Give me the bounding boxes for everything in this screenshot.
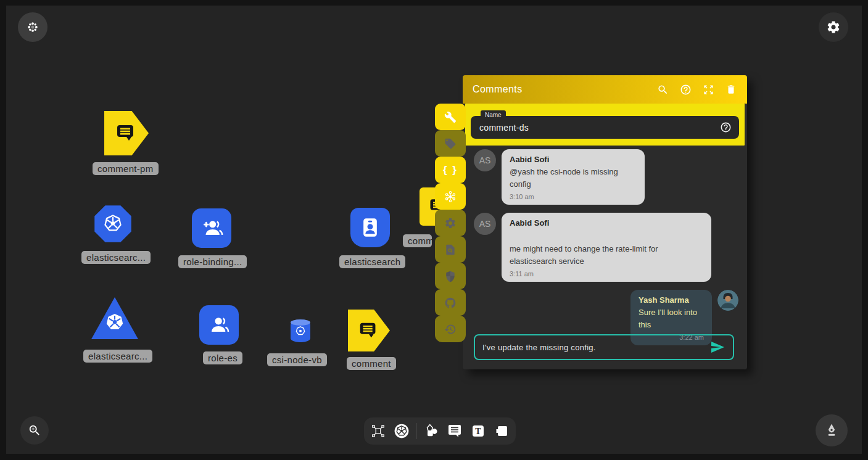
node-label: comment-pm <box>93 162 159 175</box>
name-input[interactable] <box>479 116 668 139</box>
message-author: Yash Sharma <box>639 295 704 305</box>
node-action-toolbar: { } <box>435 104 466 342</box>
node-label: role-binding... <box>178 255 247 268</box>
text-tool-glyph: T <box>475 427 481 436</box>
node-label: elasticsearch <box>339 255 405 268</box>
shapes-icon <box>423 423 439 439</box>
github-icon <box>444 297 457 309</box>
graph-tool-button[interactable] <box>369 422 387 440</box>
message: AS Aabid Sofi me might need to change th… <box>474 213 738 282</box>
comment-composer[interactable] <box>474 334 734 360</box>
message: AS Aabid Sofi @yash the csi-node is miss… <box>474 149 738 205</box>
message-author: Aabid Sofi <box>510 155 637 164</box>
send-button[interactable] <box>709 339 725 355</box>
comment-tool-icon <box>447 424 462 438</box>
message-bubble: Aabid Sofi @yash the csi-node is missing… <box>502 149 645 205</box>
flower-icon <box>27 21 39 33</box>
kubernetes-tool-button[interactable] <box>392 422 411 440</box>
node-role-es[interactable] <box>199 305 239 345</box>
github-button[interactable] <box>435 289 466 316</box>
gear-icon <box>826 20 841 35</box>
role-binding-icon <box>199 216 224 240</box>
message-list: AS Aabid Sofi @yash the csi-node is miss… <box>463 146 747 345</box>
name-field-section: Name <box>465 104 745 146</box>
fullscreen-icon[interactable] <box>702 83 714 96</box>
comments-panel: Comments Name <box>463 75 747 369</box>
canvas-tools-toolbar: T <box>364 417 516 445</box>
node-comment[interactable] <box>348 310 390 351</box>
zoom-in-icon <box>28 424 41 437</box>
settings-button[interactable] <box>819 12 848 42</box>
avatar: AS <box>474 213 496 235</box>
node-comment-pm[interactable] <box>104 111 149 155</box>
text-tool-button[interactable]: T <box>469 422 487 440</box>
message-time: 3:10 am <box>510 193 637 200</box>
history-icon <box>444 323 457 335</box>
text-tool-icon: T <box>471 424 486 438</box>
pen-nib-icon <box>824 422 840 438</box>
kubernetes-molecule-icon <box>444 190 457 203</box>
shield-icon <box>444 270 457 282</box>
comment-bubble-icon <box>114 121 139 146</box>
graph-icon <box>371 424 386 438</box>
wrench-icon <box>444 111 457 123</box>
search-icon[interactable] <box>656 83 669 96</box>
node-label: role-es <box>203 351 242 364</box>
node-elasticsearch-k8s-2[interactable] <box>91 297 138 339</box>
panel-title: Comments <box>473 84 646 95</box>
comment-input[interactable] <box>482 343 709 352</box>
configure-button[interactable] <box>435 104 466 130</box>
send-icon <box>710 340 725 355</box>
node-label: elasticsearc... <box>81 251 151 264</box>
message-bubble: Aabid Sofi me might need to change the r… <box>502 213 711 282</box>
kubernetes-wheel-icon <box>101 212 125 236</box>
pen-tool-button[interactable] <box>816 414 848 446</box>
kubernetes-wheel-icon <box>294 325 307 337</box>
role-icon <box>207 313 231 337</box>
gear-icon <box>444 217 457 229</box>
node-label: comment <box>347 357 396 370</box>
help-icon[interactable] <box>679 83 692 96</box>
zoom-button[interactable] <box>20 416 49 445</box>
history-button[interactable] <box>435 316 466 342</box>
tag-icon <box>444 138 457 150</box>
note-tool-button[interactable] <box>492 422 511 440</box>
settings-button-toolbar[interactable] <box>435 210 466 236</box>
node-elasticsearch-k8s[interactable] <box>94 205 132 243</box>
comment-tool-button[interactable] <box>445 422 464 440</box>
node-label: comm <box>403 234 432 247</box>
node-label: csi-node-vb <box>267 353 327 366</box>
braces-icon: { } <box>443 164 458 176</box>
app-window: comment-pm elasticsearc... <box>0 0 868 460</box>
toolbar-divider <box>416 423 416 439</box>
help-icon[interactable] <box>720 121 732 136</box>
kubernetes-wheel-icon <box>104 311 126 334</box>
message-time: 3:11 am <box>510 270 703 277</box>
note-tool-icon <box>494 424 509 438</box>
spacer <box>510 229 703 243</box>
node-role-binding[interactable] <box>192 208 231 248</box>
kubernetes-button[interactable] <box>435 183 466 210</box>
design-canvas[interactable]: comment-pm elasticsearc... <box>6 6 862 454</box>
avatar: AS <box>474 149 496 171</box>
avatar-photo <box>717 290 738 311</box>
node-csi-node-vb[interactable] <box>291 320 310 342</box>
message-author: Aabid Sofi <box>510 218 703 228</box>
flower-menu-button[interactable] <box>18 12 48 42</box>
tag-button[interactable] <box>435 130 466 157</box>
shapes-tool-button[interactable] <box>422 422 440 440</box>
name-field[interactable]: Name <box>471 116 739 139</box>
kubernetes-circle-icon <box>394 423 410 439</box>
comments-panel-header[interactable]: Comments <box>463 75 747 104</box>
security-button[interactable] <box>435 263 466 289</box>
message-text: @yash the csi-node is missing config <box>510 166 637 190</box>
node-label: elasticsearc... <box>83 350 152 363</box>
doc-search-icon <box>444 244 457 256</box>
message-text: me might need to change the rate-limit f… <box>510 243 703 267</box>
json-button[interactable]: { } <box>435 157 466 183</box>
node-elasticsearch[interactable] <box>350 208 390 247</box>
validate-button[interactable] <box>435 236 466 263</box>
service-account-badge-icon <box>358 215 382 240</box>
delete-icon[interactable] <box>725 83 737 96</box>
comment-bubble-icon <box>357 319 381 342</box>
